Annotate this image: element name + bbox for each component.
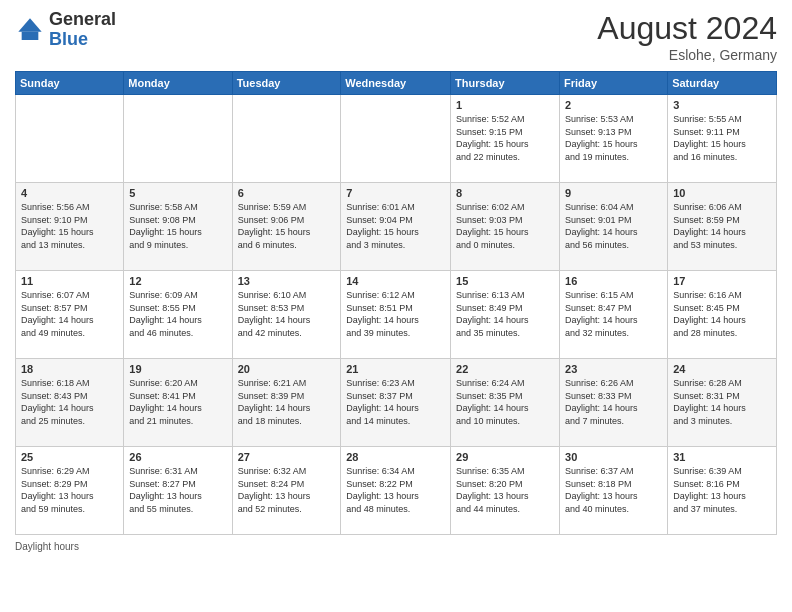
weekday-header-cell: Monday (124, 72, 232, 95)
day-number: 25 (21, 451, 118, 463)
weekday-header-cell: Sunday (16, 72, 124, 95)
day-number: 5 (129, 187, 226, 199)
title-area: August 2024 Eslohe, Germany (597, 10, 777, 63)
calendar-cell: 13Sunrise: 6:10 AM Sunset: 8:53 PM Dayli… (232, 271, 341, 359)
calendar-cell: 6Sunrise: 5:59 AM Sunset: 9:06 PM Daylig… (232, 183, 341, 271)
calendar-cell: 16Sunrise: 6:15 AM Sunset: 8:47 PM Dayli… (560, 271, 668, 359)
day-number: 9 (565, 187, 662, 199)
day-info: Sunrise: 6:37 AM Sunset: 8:18 PM Dayligh… (565, 465, 662, 515)
calendar-table: SundayMondayTuesdayWednesdayThursdayFrid… (15, 71, 777, 535)
day-number: 30 (565, 451, 662, 463)
calendar-cell (232, 95, 341, 183)
day-number: 24 (673, 363, 771, 375)
day-number: 13 (238, 275, 336, 287)
calendar-cell: 18Sunrise: 6:18 AM Sunset: 8:43 PM Dayli… (16, 359, 124, 447)
day-number: 17 (673, 275, 771, 287)
day-info: Sunrise: 6:01 AM Sunset: 9:04 PM Dayligh… (346, 201, 445, 251)
day-info: Sunrise: 5:59 AM Sunset: 9:06 PM Dayligh… (238, 201, 336, 251)
weekday-header-cell: Friday (560, 72, 668, 95)
calendar-cell: 27Sunrise: 6:32 AM Sunset: 8:24 PM Dayli… (232, 447, 341, 535)
calendar-cell: 12Sunrise: 6:09 AM Sunset: 8:55 PM Dayli… (124, 271, 232, 359)
day-info: Sunrise: 6:23 AM Sunset: 8:37 PM Dayligh… (346, 377, 445, 427)
day-number: 21 (346, 363, 445, 375)
day-number: 12 (129, 275, 226, 287)
day-number: 8 (456, 187, 554, 199)
day-info: Sunrise: 6:34 AM Sunset: 8:22 PM Dayligh… (346, 465, 445, 515)
day-number: 6 (238, 187, 336, 199)
calendar-cell: 11Sunrise: 6:07 AM Sunset: 8:57 PM Dayli… (16, 271, 124, 359)
calendar-cell: 30Sunrise: 6:37 AM Sunset: 8:18 PM Dayli… (560, 447, 668, 535)
logo-blue-text: Blue (49, 29, 88, 49)
calendar-cell: 14Sunrise: 6:12 AM Sunset: 8:51 PM Dayli… (341, 271, 451, 359)
calendar-cell: 25Sunrise: 6:29 AM Sunset: 8:29 PM Dayli… (16, 447, 124, 535)
day-info: Sunrise: 5:53 AM Sunset: 9:13 PM Dayligh… (565, 113, 662, 163)
day-number: 16 (565, 275, 662, 287)
day-info: Sunrise: 6:04 AM Sunset: 9:01 PM Dayligh… (565, 201, 662, 251)
calendar-cell: 28Sunrise: 6:34 AM Sunset: 8:22 PM Dayli… (341, 447, 451, 535)
day-number: 10 (673, 187, 771, 199)
day-info: Sunrise: 6:24 AM Sunset: 8:35 PM Dayligh… (456, 377, 554, 427)
logo-icon (15, 15, 45, 45)
day-number: 18 (21, 363, 118, 375)
location-subtitle: Eslohe, Germany (597, 47, 777, 63)
calendar-cell: 5Sunrise: 5:58 AM Sunset: 9:08 PM Daylig… (124, 183, 232, 271)
calendar-cell: 4Sunrise: 5:56 AM Sunset: 9:10 PM Daylig… (16, 183, 124, 271)
day-info: Sunrise: 6:16 AM Sunset: 8:45 PM Dayligh… (673, 289, 771, 339)
day-info: Sunrise: 6:28 AM Sunset: 8:31 PM Dayligh… (673, 377, 771, 427)
day-info: Sunrise: 6:26 AM Sunset: 8:33 PM Dayligh… (565, 377, 662, 427)
day-number: 7 (346, 187, 445, 199)
day-number: 14 (346, 275, 445, 287)
day-info: Sunrise: 5:52 AM Sunset: 9:15 PM Dayligh… (456, 113, 554, 163)
calendar-cell: 2Sunrise: 5:53 AM Sunset: 9:13 PM Daylig… (560, 95, 668, 183)
day-info: Sunrise: 5:56 AM Sunset: 9:10 PM Dayligh… (21, 201, 118, 251)
calendar-cell: 7Sunrise: 6:01 AM Sunset: 9:04 PM Daylig… (341, 183, 451, 271)
day-number: 29 (456, 451, 554, 463)
calendar-cell: 31Sunrise: 6:39 AM Sunset: 8:16 PM Dayli… (668, 447, 777, 535)
day-number: 4 (21, 187, 118, 199)
logo-general-text: General (49, 9, 116, 29)
calendar-cell: 29Sunrise: 6:35 AM Sunset: 8:20 PM Dayli… (451, 447, 560, 535)
day-info: Sunrise: 5:58 AM Sunset: 9:08 PM Dayligh… (129, 201, 226, 251)
calendar-cell: 20Sunrise: 6:21 AM Sunset: 8:39 PM Dayli… (232, 359, 341, 447)
calendar-cell: 1Sunrise: 5:52 AM Sunset: 9:15 PM Daylig… (451, 95, 560, 183)
calendar-cell: 22Sunrise: 6:24 AM Sunset: 8:35 PM Dayli… (451, 359, 560, 447)
day-number: 26 (129, 451, 226, 463)
calendar-cell: 15Sunrise: 6:13 AM Sunset: 8:49 PM Dayli… (451, 271, 560, 359)
calendar-cell: 23Sunrise: 6:26 AM Sunset: 8:33 PM Dayli… (560, 359, 668, 447)
calendar-cell: 17Sunrise: 6:16 AM Sunset: 8:45 PM Dayli… (668, 271, 777, 359)
day-number: 20 (238, 363, 336, 375)
calendar-cell: 8Sunrise: 6:02 AM Sunset: 9:03 PM Daylig… (451, 183, 560, 271)
day-info: Sunrise: 6:07 AM Sunset: 8:57 PM Dayligh… (21, 289, 118, 339)
day-number: 31 (673, 451, 771, 463)
day-info: Sunrise: 6:31 AM Sunset: 8:27 PM Dayligh… (129, 465, 226, 515)
day-number: 1 (456, 99, 554, 111)
day-number: 15 (456, 275, 554, 287)
header: General Blue August 2024 Eslohe, Germany (15, 10, 777, 63)
day-info: Sunrise: 6:29 AM Sunset: 8:29 PM Dayligh… (21, 465, 118, 515)
weekday-header-cell: Thursday (451, 72, 560, 95)
day-number: 23 (565, 363, 662, 375)
day-info: Sunrise: 6:06 AM Sunset: 8:59 PM Dayligh… (673, 201, 771, 251)
day-info: Sunrise: 6:13 AM Sunset: 8:49 PM Dayligh… (456, 289, 554, 339)
calendar-cell (341, 95, 451, 183)
day-info: Sunrise: 6:12 AM Sunset: 8:51 PM Dayligh… (346, 289, 445, 339)
calendar-cell: 9Sunrise: 6:04 AM Sunset: 9:01 PM Daylig… (560, 183, 668, 271)
day-info: Sunrise: 6:15 AM Sunset: 8:47 PM Dayligh… (565, 289, 662, 339)
day-number: 19 (129, 363, 226, 375)
footer-note: Daylight hours (15, 541, 777, 552)
calendar-cell (16, 95, 124, 183)
calendar-cell: 24Sunrise: 6:28 AM Sunset: 8:31 PM Dayli… (668, 359, 777, 447)
logo: General Blue (15, 10, 116, 50)
day-info: Sunrise: 6:32 AM Sunset: 8:24 PM Dayligh… (238, 465, 336, 515)
day-number: 27 (238, 451, 336, 463)
day-number: 22 (456, 363, 554, 375)
day-number: 11 (21, 275, 118, 287)
day-info: Sunrise: 6:18 AM Sunset: 8:43 PM Dayligh… (21, 377, 118, 427)
day-info: Sunrise: 6:09 AM Sunset: 8:55 PM Dayligh… (129, 289, 226, 339)
day-number: 2 (565, 99, 662, 111)
calendar-cell (124, 95, 232, 183)
weekday-header-cell: Saturday (668, 72, 777, 95)
calendar-cell: 19Sunrise: 6:20 AM Sunset: 8:41 PM Dayli… (124, 359, 232, 447)
svg-rect-1 (22, 31, 39, 39)
calendar-cell: 21Sunrise: 6:23 AM Sunset: 8:37 PM Dayli… (341, 359, 451, 447)
